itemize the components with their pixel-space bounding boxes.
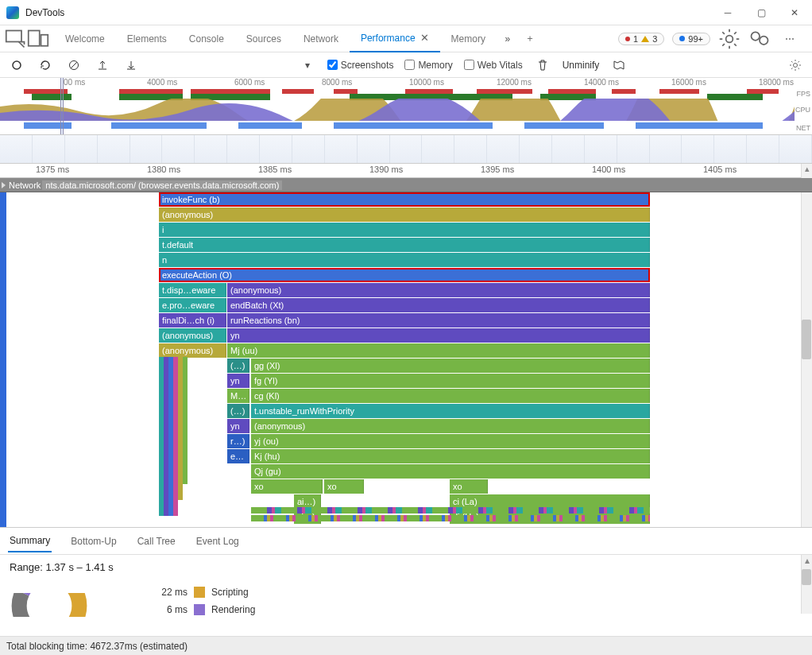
network-track-header[interactable]: Network nts.data.microsoft.com/ (browser…	[0, 178, 812, 192]
flame-entry[interactable]: endBatch (Xt)	[227, 298, 650, 312]
flame-entry[interactable]: Kj (hu)	[251, 449, 650, 463]
unminify-button[interactable]: Unminify	[563, 60, 600, 71]
minimize-button[interactable]: ─	[717, 2, 739, 24]
fps-label: FPS	[796, 90, 810, 98]
flame-entry[interactable]: finalDi…ch (i)	[159, 313, 226, 328]
cpu-label: CPU	[795, 106, 810, 114]
flame-entry[interactable]: yn	[227, 419, 249, 433]
flame-entry[interactable]: Mj (uu)	[227, 343, 650, 358]
flame-entry[interactable]: executeAction (O)	[159, 268, 650, 282]
svg-rect-0	[6, 30, 21, 41]
webvitals-checkbox[interactable]: Web Vitals	[464, 60, 523, 71]
download-button[interactable]	[122, 56, 140, 74]
flame-entry[interactable]: t.unstable_runWithPriority	[251, 404, 650, 418]
tab-performance[interactable]: Performance✕	[350, 25, 440, 52]
flame-entry[interactable]: runReactions (bn)	[227, 313, 650, 328]
menu-icon[interactable]: ⋯	[779, 28, 801, 50]
flame-entry[interactable]: e.pro…eware	[159, 298, 226, 312]
clear-button[interactable]	[65, 56, 83, 74]
memory-checkbox[interactable]: Memory	[404, 60, 452, 71]
network-label: Network	[9, 180, 41, 190]
flame-entry[interactable]: (anonymous)	[251, 419, 650, 433]
flame-entry[interactable]: r…)	[227, 434, 249, 448]
tab-bottomup[interactable]: Bottom-Up	[69, 531, 118, 552]
network-entry[interactable]: nts.data.microsoft.com/ (browser.events.…	[42, 180, 282, 190]
flame-entry[interactable]: (anonymous)	[227, 283, 650, 297]
flame-entry[interactable]: (…)	[227, 359, 249, 373]
flame-entry[interactable]: xo	[324, 479, 364, 494]
flame-entry[interactable]: fg (Yl)	[251, 374, 650, 388]
main-tabbar: Welcome Elements Console Sources Network…	[0, 25, 812, 52]
net-label: NET	[796, 124, 810, 132]
flame-scrollbar[interactable]	[801, 192, 812, 527]
messages-badge[interactable]: 99+	[672, 33, 710, 45]
flame-chart[interactable]: invokeFunc (b)(anonymous)it.defaultnexec…	[0, 192, 812, 528]
flame-entry[interactable]: invokeFunc (b)	[159, 192, 650, 207]
expand-icon[interactable]	[2, 182, 6, 188]
flame-entry[interactable]: t.disp…eware	[159, 283, 226, 297]
ruler-scroll-up[interactable]: ▴	[801, 164, 812, 178]
flame-entry[interactable]: t.default	[159, 238, 650, 252]
tab-welcome[interactable]: Welcome	[54, 25, 116, 52]
add-tab-icon[interactable]: ＋	[519, 28, 541, 50]
svg-rect-1	[29, 30, 40, 45]
flame-entry[interactable]: (anonymous)	[159, 207, 650, 222]
flame-entry[interactable]: e…	[227, 449, 249, 463]
tab-summary[interactable]: Summary	[8, 530, 52, 552]
device-icon[interactable]	[27, 28, 49, 50]
svg-point-6	[13, 61, 21, 69]
inspect-icon[interactable]	[5, 28, 27, 50]
flame-entry[interactable]: yn	[227, 328, 650, 343]
tab-memory[interactable]: Memory	[440, 25, 497, 52]
overview-timeline[interactable]: 00 ms 4000 ms 6000 ms 8000 ms 10000 ms 1…	[0, 78, 812, 135]
summary-donut	[10, 593, 89, 617]
close-button[interactable]: ✕	[783, 2, 806, 24]
close-icon[interactable]: ✕	[420, 32, 429, 44]
blocking-time-text: Total blocking time: 4672.37ms (estimate…	[6, 641, 188, 652]
maximize-button[interactable]: ▢	[750, 2, 772, 24]
capture-settings-icon[interactable]	[787, 56, 804, 74]
tab-console[interactable]: Console	[178, 25, 235, 52]
svg-rect-2	[41, 34, 48, 45]
flame-entry[interactable]: yn	[227, 374, 249, 388]
window-title: DevTools	[25, 7, 717, 18]
flame-entry[interactable]: (…)	[227, 404, 249, 418]
tab-eventlog[interactable]: Event Log	[195, 531, 241, 552]
summary-scrollbar[interactable]: ▴	[801, 555, 812, 614]
svg-point-9	[794, 63, 798, 67]
screenshots-checkbox[interactable]: Screenshots	[327, 60, 394, 71]
range-text: Range: 1.37 s – 1.41 s	[10, 561, 802, 573]
flame-entry[interactable]: i	[159, 223, 650, 237]
flame-entry[interactable]: n	[159, 253, 650, 267]
history-dropdown[interactable]: ▾	[299, 56, 316, 74]
issues-badge[interactable]: 13	[618, 33, 664, 45]
summary-legend: 22 msScripting 6 msRendering	[156, 583, 255, 618]
flame-entry[interactable]: yj (ou)	[251, 434, 650, 448]
record-button[interactable]	[8, 56, 25, 74]
settings-icon[interactable]	[718, 28, 740, 50]
detail-ruler[interactable]: 1375 ms 1380 ms 1385 ms 1390 ms 1395 ms …	[0, 164, 812, 178]
tab-calltree[interactable]: Call Tree	[136, 531, 177, 552]
flame-entry[interactable]: cg (Kl)	[251, 389, 650, 403]
reload-record-button[interactable]	[37, 56, 54, 74]
map-icon[interactable]	[610, 56, 628, 74]
more-tabs-icon[interactable]: »	[497, 28, 519, 50]
flame-entry[interactable]: xo	[450, 479, 488, 494]
tab-network[interactable]: Network	[292, 25, 350, 52]
svg-point-5	[760, 36, 768, 45]
delete-button[interactable]	[534, 56, 551, 74]
flame-entry[interactable]: (anonymous)	[159, 328, 226, 343]
performance-toolbar: ▾ Screenshots Memory Web Vitals Unminify	[0, 52, 812, 78]
screenshot-strip[interactable]	[0, 135, 812, 164]
feedback-icon[interactable]	[748, 28, 771, 50]
flame-entry[interactable]: Qj (gu)	[251, 464, 650, 479]
upload-button[interactable]	[94, 56, 111, 74]
summary-panel: Range: 1.37 s – 1.41 s 22 msScripting 6 …	[0, 555, 812, 614]
flame-entry[interactable]: xo	[251, 479, 323, 494]
tab-elements[interactable]: Elements	[116, 25, 178, 52]
flame-entry[interactable]: M…	[227, 389, 249, 403]
flame-entry[interactable]: gg (Xl)	[251, 359, 650, 373]
svg-point-4	[752, 32, 760, 41]
flame-entry[interactable]: (anonymous)	[159, 343, 226, 358]
tab-sources[interactable]: Sources	[235, 25, 292, 52]
